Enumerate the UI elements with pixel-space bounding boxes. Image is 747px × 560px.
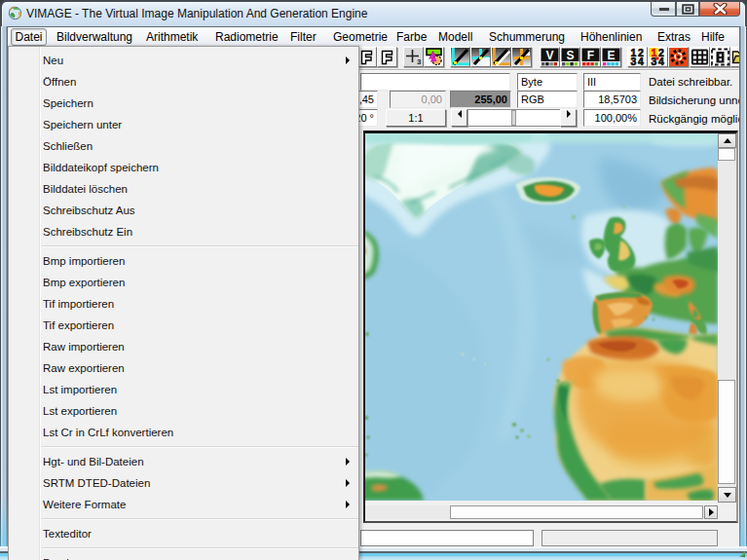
svg-text:E: E xyxy=(607,49,615,62)
svg-text:V: V xyxy=(545,49,553,62)
svg-text:4: 4 xyxy=(658,56,664,66)
svg-text:4: 4 xyxy=(638,56,644,66)
svg-text:3: 3 xyxy=(631,56,637,66)
svg-text:3: 3 xyxy=(417,57,422,66)
svg-text:F: F xyxy=(587,49,594,62)
svg-text:S: S xyxy=(566,49,574,62)
